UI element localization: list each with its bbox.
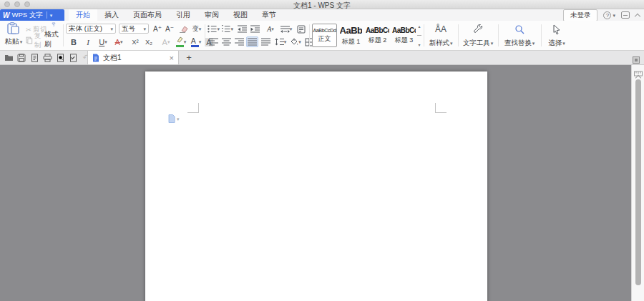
styles-gallery: AaBbCcDd 正文 AaBb 标题 1 AaBbCc 标题 2 AaBbCc… bbox=[312, 21, 421, 51]
scrollbar-thumb[interactable] bbox=[635, 79, 641, 285]
distribute-button[interactable] bbox=[260, 36, 272, 47]
style-heading3[interactable]: AaBbCc 标题 3 bbox=[391, 24, 416, 47]
paste-button[interactable]: 粘贴 ▾ bbox=[3, 22, 24, 49]
grow-font-label: A⁺ bbox=[153, 25, 162, 33]
grow-font-button[interactable]: A⁺ bbox=[152, 24, 163, 34]
tab-review[interactable]: 审阅 bbox=[197, 9, 226, 21]
underline-button[interactable]: U ▾ bbox=[96, 36, 110, 47]
page-assistant-button[interactable]: ▾ bbox=[168, 114, 180, 123]
document-icon bbox=[92, 54, 99, 62]
group-separator bbox=[205, 24, 205, 46]
format-painter-icon bbox=[48, 22, 59, 27]
group-separator bbox=[541, 24, 542, 46]
style-normal[interactable]: AaBbCcDd 正文 bbox=[312, 24, 337, 47]
cursor-arrow-icon bbox=[552, 24, 562, 35]
chevron-down-icon: ▾ bbox=[271, 26, 274, 31]
superscript-label: X² bbox=[132, 38, 139, 46]
tab-references[interactable]: 引用 bbox=[169, 9, 197, 21]
tab-page-layout[interactable]: 页面布局 bbox=[126, 9, 169, 21]
align-left-button[interactable] bbox=[208, 36, 220, 47]
new-style-button[interactable]: ÅA 新样式 ▾ bbox=[426, 22, 455, 49]
style-name: 标题 2 bbox=[369, 36, 387, 45]
style-heading1[interactable]: AaBb 标题 1 bbox=[338, 24, 364, 47]
margin-corner-mark-left bbox=[187, 103, 199, 113]
italic-label: I bbox=[87, 38, 89, 46]
style-preview: AaBbCc bbox=[366, 26, 389, 34]
divider bbox=[47, 11, 47, 19]
bullet-list-button[interactable]: ▾ bbox=[208, 24, 220, 34]
document-tab-active[interactable]: 文档1 × bbox=[87, 51, 179, 64]
text-effects-button[interactable]: A ▾ bbox=[159, 36, 173, 47]
help-icon: ? bbox=[603, 11, 611, 19]
line-spacing-icon bbox=[275, 38, 284, 46]
align-center-button[interactable] bbox=[220, 36, 233, 47]
tab-insert[interactable]: 插入 bbox=[97, 9, 126, 21]
document-page[interactable]: ▾ bbox=[145, 71, 487, 301]
styles-gallery-expand-button[interactable] bbox=[417, 35, 421, 36]
clipboard-group: 粘贴 ▾ ✂ 剪切 复制 格式刷 bbox=[1, 21, 62, 51]
new-tab-button[interactable]: + bbox=[183, 52, 195, 64]
char-scale-button[interactable]: ▾ bbox=[279, 24, 293, 34]
font-family-combobox[interactable]: 宋体 (正文) ▾ bbox=[66, 24, 116, 34]
align-left-icon bbox=[209, 38, 218, 46]
document-tab-label: 文档1 bbox=[103, 53, 122, 63]
styles-scroll-up-button[interactable]: ▴ bbox=[418, 24, 420, 29]
save-button[interactable] bbox=[16, 53, 26, 63]
line-spacing-button[interactable]: ▾ bbox=[273, 36, 288, 47]
chevron-down-icon: ▾ bbox=[199, 39, 202, 44]
asian-layout-button[interactable]: A ▾ bbox=[263, 24, 278, 34]
superscript-button[interactable]: X² bbox=[129, 36, 142, 47]
style-heading2[interactable]: AaBbCc 标题 2 bbox=[365, 24, 390, 47]
justify-button[interactable] bbox=[246, 36, 258, 47]
char-scale-icon bbox=[280, 25, 290, 33]
print-preview-button[interactable] bbox=[55, 53, 65, 63]
copy-icon bbox=[26, 36, 33, 44]
paragraph-layout-button[interactable] bbox=[295, 24, 307, 34]
help-button[interactable]: ? ▾ bbox=[603, 11, 615, 19]
collapse-ribbon-button[interactable] bbox=[635, 13, 640, 19]
eraser-icon bbox=[179, 25, 188, 33]
find-replace-button[interactable]: 查找替换 ▾ bbox=[501, 22, 538, 49]
italic-button[interactable]: I bbox=[83, 36, 93, 47]
titlebar: 文档1 - WPS 文字 bbox=[0, 0, 644, 9]
strikethrough-button[interactable]: A ▾ bbox=[112, 36, 126, 47]
format-painter-button[interactable]: 格式刷 bbox=[44, 22, 63, 49]
wps-app-button[interactable]: W WPS 文字 ▾ bbox=[0, 9, 64, 21]
print-button[interactable] bbox=[42, 53, 52, 63]
numbered-list-button[interactable]: ▾ bbox=[221, 24, 233, 34]
tab-home[interactable]: 开始 bbox=[69, 9, 97, 21]
chevron-down-icon: ▾ bbox=[284, 39, 287, 44]
align-right-button[interactable] bbox=[233, 36, 245, 47]
login-button[interactable]: 未登录 bbox=[563, 9, 598, 21]
increase-indent-button[interactable] bbox=[249, 24, 261, 34]
font-color-button[interactable]: A ▾ bbox=[189, 36, 203, 47]
chevron-down-icon: ▾ bbox=[104, 39, 107, 44]
distribute-icon bbox=[261, 38, 270, 46]
ribbon-display-button[interactable] bbox=[621, 11, 630, 19]
chevron-down-icon: ▾ bbox=[230, 26, 233, 31]
shrink-font-label: A⁻ bbox=[165, 25, 174, 33]
output-pdf-button[interactable] bbox=[68, 53, 78, 63]
open-button[interactable] bbox=[4, 53, 14, 63]
highlight-color-button[interactable]: ▾ bbox=[174, 36, 188, 47]
select-button[interactable]: 选择 ▾ bbox=[544, 22, 570, 49]
subscript-button[interactable]: X₂ bbox=[142, 36, 155, 47]
styles-scroll-down-button[interactable]: ▾ bbox=[418, 42, 420, 47]
subscript-label: X₂ bbox=[145, 38, 152, 46]
text-tool-button[interactable]: 文字工具 ▾ bbox=[461, 22, 495, 49]
close-tab-button[interactable]: × bbox=[170, 54, 174, 62]
pinyin-guide-button[interactable]: 变 ▾ bbox=[190, 24, 203, 34]
export-button[interactable] bbox=[29, 53, 39, 63]
tab-section[interactable]: 章节 bbox=[255, 9, 283, 21]
font-size-combobox[interactable]: 五号 ▾ bbox=[119, 24, 149, 34]
shrink-font-button[interactable]: A⁻ bbox=[164, 24, 175, 34]
chevron-down-icon: ▾ bbox=[613, 13, 615, 18]
new-style-label: 新样式 bbox=[429, 39, 449, 48]
clear-format-button[interactable] bbox=[177, 24, 189, 34]
chevron-down-icon: ▾ bbox=[290, 26, 293, 31]
shading-button[interactable]: ▾ bbox=[288, 36, 303, 47]
group-separator bbox=[424, 24, 424, 46]
tab-view[interactable]: 视图 bbox=[226, 9, 255, 21]
decrease-indent-button[interactable] bbox=[236, 24, 248, 34]
bold-button[interactable]: B bbox=[69, 36, 79, 47]
